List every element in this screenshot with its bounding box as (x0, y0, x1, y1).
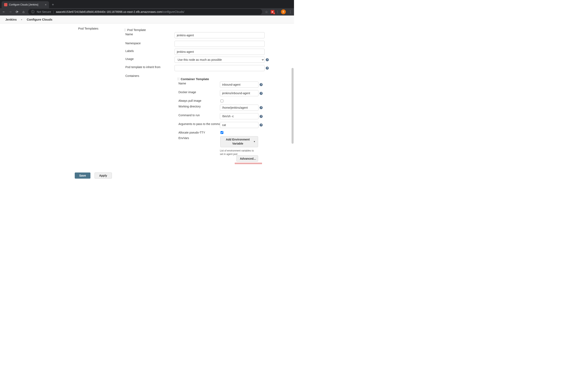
env-hint-text: List of environment variables to set in … (220, 149, 258, 156)
pod-templates-heading: Pod Templates (78, 27, 98, 30)
help-icon[interactable]: ? (259, 106, 263, 109)
docker-image-label: Docker image (178, 91, 196, 94)
profile-avatar[interactable]: B (281, 9, 286, 14)
breadcrumb-root[interactable]: Jenkins (5, 18, 17, 21)
content-area: Pod Templates Pod Template Name Namespac… (0, 24, 294, 184)
tty-checkbox[interactable] (221, 131, 223, 134)
pod-inherit-input[interactable] (174, 65, 265, 71)
browser-tab[interactable]: Configure Clouds [Jenkins] × (2, 1, 49, 8)
info-icon[interactable]: ⓘ (31, 10, 35, 14)
working-dir-input[interactable] (220, 105, 259, 111)
always-pull-label: Always pull image (178, 99, 201, 102)
tab-bar: Configure Clouds [Jenkins] × + (0, 0, 294, 8)
address-bar: ← → ⟳ ⌂ ⓘ Not Secure | aaaceb153e97241fa… (0, 8, 294, 16)
back-icon[interactable]: ← (2, 10, 6, 14)
pod-usage-select[interactable]: Use this node as much as possible (174, 57, 265, 63)
bookmark-icon[interactable]: ☆ (265, 10, 268, 14)
namespace-label: Namespace (125, 42, 141, 45)
breadcrumb-page[interactable]: Configure Clouds (27, 18, 52, 21)
drag-handle-icon[interactable] (177, 77, 180, 80)
labels-label: Labels (125, 49, 134, 53)
error-strip (235, 163, 262, 164)
chrome-menu-icon[interactable]: ⋮ (289, 10, 292, 14)
scrollbar-thumb[interactable] (292, 68, 294, 144)
chrome-right-icons: ☆ ▦1 | B ⋮ (265, 9, 292, 14)
close-tab-icon[interactable]: × (45, 3, 47, 6)
container-name-label: Name (178, 82, 186, 85)
command-input[interactable] (220, 113, 259, 119)
docker-image-input[interactable] (220, 90, 259, 96)
url-text: aaaceb153e97241fab81d9d41409440c-1811878… (56, 10, 184, 13)
new-tab-button[interactable]: + (49, 1, 57, 8)
reload-icon[interactable]: ⟳ (15, 10, 19, 14)
advanced-button[interactable]: Advanced... (236, 155, 258, 162)
pod-namespace-input[interactable] (174, 41, 265, 47)
security-status: Not Secure (37, 10, 51, 13)
add-env-var-button[interactable]: Add Environment Variable ▼ (220, 136, 258, 147)
arguments-input[interactable] (220, 122, 259, 128)
caret-down-icon: ▼ (253, 140, 255, 143)
forward-icon[interactable]: → (9, 10, 12, 14)
help-icon[interactable]: ? (259, 115, 263, 118)
apply-button[interactable]: Apply (95, 173, 112, 179)
home-icon[interactable]: ⌂ (22, 10, 25, 14)
inherit-label: Pod template to inherit from (125, 66, 160, 69)
help-icon[interactable]: ? (259, 92, 263, 95)
breadcrumb: Jenkins ▸ Configure Clouds (0, 16, 294, 24)
pod-name-input[interactable] (174, 32, 265, 38)
help-icon[interactable]: ? (266, 67, 269, 70)
url-box[interactable]: ⓘ Not Secure | aaaceb153e97241fab81d9d41… (28, 9, 262, 15)
help-icon[interactable]: ? (259, 83, 263, 86)
usage-label: Usage (125, 57, 134, 60)
help-icon[interactable]: ? (266, 58, 269, 61)
envvars-label: EnvVars (178, 136, 189, 140)
container-name-input[interactable] (220, 82, 259, 88)
containers-label: Containers (125, 74, 139, 77)
help-icon[interactable]: ? (259, 123, 263, 127)
command-label: Command to run (178, 114, 200, 117)
tty-label: Allocate pseudo-TTY (178, 131, 205, 134)
container-template-heading: Container Template (181, 77, 209, 81)
name-label: Name (125, 33, 133, 36)
working-dir-label: Working directory (178, 105, 201, 108)
chevron-right-icon: ▸ (21, 18, 22, 21)
browser-chrome: Configure Clouds [Jenkins] × + ← → ⟳ ⌂ ⓘ… (0, 0, 294, 16)
footer: Save Apply (0, 167, 294, 184)
tab-title: Configure Clouds [Jenkins] (9, 3, 43, 6)
pod-template-heading: Pod Template (127, 28, 146, 32)
drag-handle-icon[interactable] (124, 29, 126, 31)
jenkins-favicon (4, 3, 7, 6)
extension-icon[interactable]: ▦1 (271, 10, 274, 14)
save-button[interactable]: Save (75, 173, 90, 179)
arguments-label: Arguments to pass to the command (178, 122, 224, 125)
pod-labels-input[interactable] (174, 49, 265, 55)
always-pull-checkbox[interactable] (221, 100, 223, 102)
